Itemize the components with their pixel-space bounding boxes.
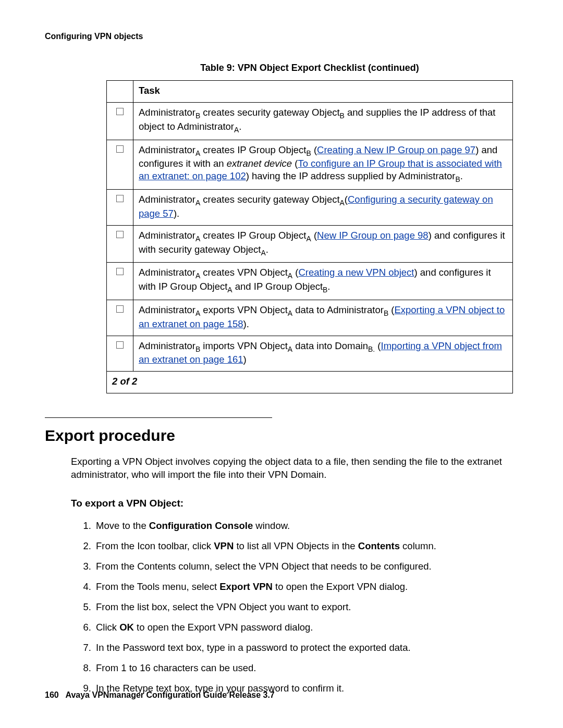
table-pager: 2 of 2 [107,372,513,393]
checkbox-cell [107,190,133,226]
task-cell: AdministratorA creates IP Group ObjectA … [133,225,513,262]
table-row: AdministratorB imports VPN ObjectA data … [107,336,513,372]
cross-ref-link[interactable]: Configuring a security gateway on page 5… [139,194,493,219]
checkbox-cell [107,103,133,140]
page-footer: 160 Avaya VPNmanager Configuration Guide… [45,690,275,701]
list-item: From the Contents column, select the VPN… [94,560,518,573]
task-cell: AdministratorA creates VPN ObjectA (Crea… [133,263,513,300]
cross-ref-link[interactable]: Importing a VPN object from an extranet … [139,340,502,365]
cross-ref-link[interactable]: Creating a new VPN object [298,267,414,278]
list-item: Move to the Configuration Console window… [94,520,518,532]
list-item: From the Tools menu, select Export VPN t… [94,581,518,593]
subheading: To export a VPN Object: [71,497,518,510]
page-header: Configuring VPN objects [45,31,518,42]
task-header: Task [133,81,513,103]
table-row: AdministratorA creates VPN ObjectA (Crea… [107,263,513,300]
checklist-table: Task AdministratorB creates security gat… [106,80,513,393]
task-cell: AdministratorB creates security gateway … [133,103,513,140]
page-number: 160 [45,690,59,699]
cross-ref-link[interactable]: To configure an IP Group that is associa… [139,158,502,181]
task-cell: AdministratorA exports VPN ObjectA data … [133,300,513,336]
list-item: In the Password text box, type in a pass… [94,641,518,654]
checkbox-icon [116,305,124,313]
cross-ref-link[interactable]: Creating a New IP Group on page 97 [317,144,475,155]
checkbox-cell [107,300,133,336]
check-header [107,81,133,103]
checkbox-cell [107,225,133,262]
checkbox-icon [116,195,124,202]
cross-ref-link[interactable]: New IP Group on page 98 [317,230,429,241]
table-row: AdministratorA creates IP Group ObjectA … [107,225,513,262]
checkbox-icon [116,341,124,349]
checkbox-cell [107,140,133,189]
checkbox-icon [116,231,124,238]
steps-list: Move to the Configuration Console window… [71,520,518,695]
list-item: From the list box, select the VPN Object… [94,601,518,613]
checkbox-cell [107,336,133,372]
section-title: Export procedure [45,425,518,446]
checkbox-icon [116,145,124,153]
section-intro: Exporting a VPN Object involves copying … [71,455,518,482]
list-item: From the Icon toolbar, click VPN to list… [94,540,518,552]
task-cell: AdministratorA creates security gateway … [133,190,513,226]
task-cell: AdministratorB imports VPN ObjectA data … [133,336,513,372]
table-caption: Table 9: VPN Object Export Checklist (co… [106,62,513,74]
table-row: AdministratorA exports VPN ObjectA data … [107,300,513,336]
table-row: AdministratorB creates security gateway … [107,103,513,140]
cross-ref-link[interactable]: Exporting a VPN object to an extranet on… [139,304,505,329]
task-cell: AdministratorA creates IP Group ObjectB … [133,140,513,189]
list-item: Click OK to open the Export VPN password… [94,621,518,634]
checkbox-icon [116,268,124,275]
checkbox-icon [116,108,124,115]
section-rule [45,417,272,418]
footer-title: Avaya VPNmanager Configuration Guide Rel… [65,690,274,699]
list-item: From 1 to 16 characters can be used. [94,662,518,674]
table-row: AdministratorA creates IP Group ObjectB … [107,140,513,189]
checkbox-cell [107,263,133,300]
table-row: AdministratorA creates security gateway … [107,190,513,226]
